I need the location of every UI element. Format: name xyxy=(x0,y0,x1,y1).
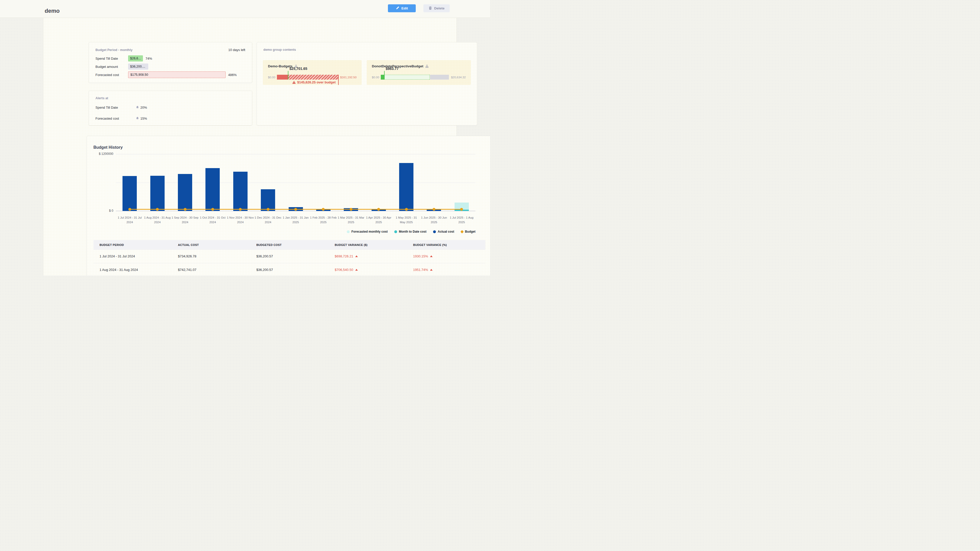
metric-value-chip: $175,908.50 xyxy=(128,71,226,78)
cell-actual-cost: $742,741.07 xyxy=(172,263,250,275)
cell-budgeted-cost: $36,200.57 xyxy=(250,250,328,263)
gridline-mid xyxy=(116,183,476,183)
x-axis-labels: 1 Jul 2024 - 31 Jul 20241 Aug 2024 - 31 … xyxy=(116,216,476,225)
edit-button-label: Edit xyxy=(401,6,408,10)
table-column-header: Budget Variance ($) xyxy=(329,240,407,250)
legend-item[interactable]: Actual cost xyxy=(433,230,454,233)
budget-line-marker[interactable] xyxy=(128,208,131,211)
alert-value: 20% xyxy=(136,106,147,110)
x-axis-label: 1 Jun 2025 - 30 Jun 2025 xyxy=(420,216,448,225)
x-axis-label: 1 Feb 2025 - 28 Feb 2025 xyxy=(310,216,337,225)
cell-variance-usd: $706,540.50 xyxy=(329,263,407,275)
actual-cost-tick xyxy=(288,71,288,79)
legend-circle-swatch xyxy=(347,230,350,233)
legend-label: Month to Date cost xyxy=(399,230,426,233)
budget-period-card: Budget Period - monthly 10 days left Spe… xyxy=(89,42,252,83)
alerts-card: Alerts at Spend Till Date 20% Forecasted… xyxy=(89,91,252,125)
table-column-header: Budget Period xyxy=(94,240,172,250)
cell-variance-pct: 1951.74% xyxy=(407,263,485,275)
budget-line-marker[interactable] xyxy=(267,208,269,211)
budget-line-marker[interactable] xyxy=(184,208,186,211)
main-panel: Budget Period - monthly 10 days left Spe… xyxy=(43,18,457,275)
budget-bar-max: $161,192.50 xyxy=(340,76,356,79)
over-budget-marker-line xyxy=(338,75,339,85)
legend-circle-swatch xyxy=(433,230,436,233)
group-budget-card[interactable]: DonotDeletePerspectiveBudget $0.00 $983.… xyxy=(367,60,471,85)
variance-up-icon xyxy=(355,269,358,271)
page-title: demo xyxy=(45,8,60,14)
budget-history-card: Budget History $ 1200000 $ 0 1 Jul 2024 … xyxy=(86,136,490,275)
x-axis-label: 1 Jan 2025 - 31 Jan 2025 xyxy=(282,216,309,225)
chart-legend: Forecasted monthly cost Month to Date co… xyxy=(116,230,476,233)
legend-item[interactable]: Budget xyxy=(461,230,476,233)
group-contents-card: demo group contents Demo-Budgets $0.00 $… xyxy=(256,42,477,125)
budget-line-marker[interactable] xyxy=(433,208,435,211)
actual-cost-bar[interactable] xyxy=(205,168,220,211)
budget-bar-min: $0.00 xyxy=(372,76,379,79)
budget-line-marker[interactable] xyxy=(405,208,408,211)
legend-item[interactable]: Forecasted monthly cost xyxy=(347,230,388,233)
edit-button[interactable]: Edit xyxy=(388,4,416,12)
group-budget-card[interactable]: Demo-Budgets $0.00 $25,701.65 $145,626.2… xyxy=(263,60,362,85)
hierarchy-icon xyxy=(425,65,429,68)
actual-cost-label: $25,701.65 xyxy=(290,67,307,71)
delete-button[interactable]: Delete xyxy=(423,4,450,12)
budget-line-marker[interactable] xyxy=(239,208,242,211)
actual-cost-bar[interactable] xyxy=(123,176,137,211)
budget-line-marker[interactable] xyxy=(350,208,352,211)
metric-percent: 74% xyxy=(145,57,152,60)
x-axis-label: 1 May 2025 - 31 May 2025 xyxy=(393,216,420,225)
over-budget-label: $145,626.25 over budget xyxy=(292,80,338,84)
trash-icon xyxy=(428,6,432,11)
budget-metric-row: Spend Till Date $26,6... 74% xyxy=(95,55,245,62)
actual-cost-tick xyxy=(384,71,385,79)
budget-history-table: Budget PeriodActual CostBudgeted CostBud… xyxy=(94,240,485,275)
bell-icon xyxy=(136,106,139,109)
alert-value: 15% xyxy=(136,117,147,121)
budget-metric-row: Budget amount $36,200.... xyxy=(95,63,245,70)
actual-cost-bar[interactable] xyxy=(399,163,414,211)
x-axis-label: 1 Dec 2024 - 31 Dec 2024 xyxy=(254,216,282,225)
table-body: 1 Jul 2024 - 31 Jul 2024 $734,926.78 $36… xyxy=(94,250,485,275)
legend-item[interactable]: Month to Date cost xyxy=(394,230,426,233)
alert-label: Spend Till Date xyxy=(95,106,136,110)
budget-line-marker[interactable] xyxy=(156,208,159,211)
bell-icon xyxy=(136,117,139,120)
actual-cost-bar[interactable] xyxy=(150,176,165,211)
table-row: 1 Aug 2024 - 31 Aug 2024 $742,741.07 $36… xyxy=(94,263,485,275)
x-axis-label: 1 Jul 2025 - 1 Aug 2025 xyxy=(448,216,476,225)
metric-value-chip: $36,200.... xyxy=(128,64,148,70)
x-axis-label: 1 Apr 2025 - 30 Apr 2025 xyxy=(365,216,393,225)
legend-circle-swatch xyxy=(394,230,397,233)
cell-budgeted-cost: $36,200.57 xyxy=(250,263,328,275)
actual-cost-bar[interactable] xyxy=(233,171,248,211)
days-left-label: 10 days left xyxy=(228,48,245,52)
page-header: demo Edit Delete xyxy=(0,0,490,18)
variance-up-icon xyxy=(430,269,433,271)
budget-period-title: Budget Period - monthly xyxy=(95,48,132,52)
x-axis-label: 1 Nov 2024 - 30 Nov 2024 xyxy=(227,216,254,225)
budget-line-marker[interactable] xyxy=(294,208,297,211)
table-row: 1 Jul 2024 - 31 Jul 2024 $734,926.78 $36… xyxy=(94,250,485,263)
budget-bar-min: $0.00 xyxy=(268,76,275,79)
group-budget-list: Demo-Budgets $0.00 $25,701.65 $145,626.2… xyxy=(257,52,477,85)
budget-history-chart[interactable] xyxy=(116,154,476,211)
budget-bar-max: $20,634.32 xyxy=(451,76,466,79)
alert-thresholds: Spend Till Date 20% Forecasted cost 15% xyxy=(89,100,252,121)
budget-line-marker[interactable] xyxy=(377,208,380,211)
alert-threshold-row: Forecasted cost 15% xyxy=(95,116,245,121)
budget-period-metrics: Spend Till Date $26,6... 74% Budget amou… xyxy=(89,52,252,78)
cell-budget-period: 1 Aug 2024 - 31 Aug 2024 xyxy=(94,263,172,275)
budget-progress-bar: $983.77 xyxy=(381,75,449,79)
metric-value-chip: $26,6... xyxy=(128,56,143,62)
gridline-top xyxy=(116,154,476,154)
x-axis-label: 1 Oct 2024 - 31 Oct 2024 xyxy=(199,216,226,225)
alerts-title: Alerts at xyxy=(95,97,108,100)
budget-line-marker[interactable] xyxy=(211,208,214,211)
cell-actual-cost: $734,926.78 xyxy=(172,250,250,263)
y-axis-tick-zero: $ 0 xyxy=(87,209,113,213)
actual-cost-bar[interactable] xyxy=(178,174,192,211)
warning-icon xyxy=(292,81,296,84)
x-axis-label: 1 Aug 2024 - 31 Aug 2024 xyxy=(143,216,171,225)
table-header-row: Budget PeriodActual CostBudgeted CostBud… xyxy=(94,240,485,250)
